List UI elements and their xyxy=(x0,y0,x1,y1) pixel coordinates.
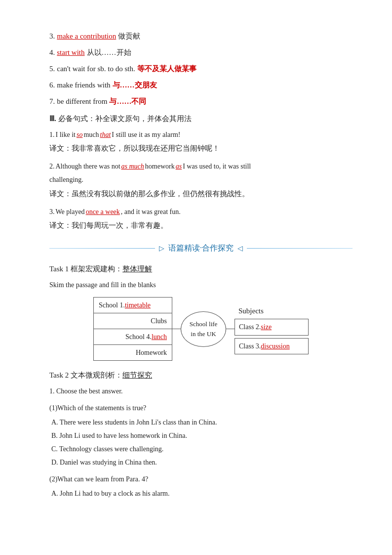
sent2-homework: homework xyxy=(145,160,175,172)
choose-instruction: 1. Choose the best answer. xyxy=(49,385,353,397)
item-num-7: 7. xyxy=(49,95,55,108)
section-3-title: 必备句式：补全课文原句，并体会其用法 xyxy=(58,112,192,126)
item-chinese-3: 做贡献 xyxy=(118,30,140,43)
sent3-num: 3. xyxy=(49,206,55,218)
section-3-header: Ⅲ. 必备句式：补全课文原句，并体会其用法 xyxy=(49,112,353,126)
diagram-timetable-link: timetable xyxy=(125,301,151,309)
q1-option-b: B. John Li used to have less homework in… xyxy=(49,429,353,442)
sent2-num: 2. xyxy=(49,160,55,172)
divider-text: 语篇精读·合作探究 xyxy=(168,241,234,256)
sent1-that: that xyxy=(100,128,111,141)
diagram-left-row-title: School 1.timetable xyxy=(94,298,172,313)
task2-label: Task 2 xyxy=(49,371,71,379)
item-num-4: 4. xyxy=(49,46,55,59)
connector-right xyxy=(226,329,235,330)
task2-underline: 细节探究 xyxy=(122,371,152,379)
diagram-size-link: size xyxy=(261,323,272,331)
translation-3: 译文：我们每周玩一次，非常有趣。 xyxy=(49,219,353,232)
task1-label: Task 1 xyxy=(49,265,71,273)
item-num-3: 3. xyxy=(49,30,55,43)
oval-line2: in the UK xyxy=(191,329,216,339)
item-link-3: make a contribution xyxy=(57,30,116,43)
q1-option-a: A. There were less students in John Li's… xyxy=(49,416,353,428)
vocab-item-5: 5. can't wait for sb. to do sth. 等不及某人做某… xyxy=(49,62,353,76)
sentence-2b: challenging. xyxy=(49,173,353,186)
diagram-discussion-link: discussion xyxy=(261,342,289,350)
q2-option-a: A. John Li had to buy a clock as his ala… xyxy=(49,487,353,500)
sent2-end: I was used to, it was still xyxy=(183,160,251,172)
task1-title: 框架宏观建构： xyxy=(71,265,122,273)
q1-option-c: C. Technology classes were challenging. xyxy=(49,443,353,455)
sent1-num: 1. xyxy=(49,128,55,141)
task1-header: Task 1 框架宏观建构：整体理解 xyxy=(49,262,353,276)
sent1-text1: I like it xyxy=(56,128,76,141)
sentence-1: 1. I like it so much that I still use it… xyxy=(49,128,353,141)
item-chinese-4: 从以……开始 xyxy=(87,46,131,59)
skim-instruction: Skim the passage and fill in the blanks xyxy=(49,279,353,291)
task2-header: Task 2 文本微观剖析：细节探究 xyxy=(49,369,353,382)
task2-title: 文本微观剖析： xyxy=(71,371,122,379)
item-link-4: start with xyxy=(57,46,84,59)
sent1-much: much xyxy=(83,128,99,141)
task1-underline: 整体理解 xyxy=(122,265,152,273)
sent3-end: , and it was great fun. xyxy=(121,206,181,218)
section-3-label: Ⅲ. xyxy=(49,112,56,126)
vocab-item-6: 6. make friends with 与……交朋友 xyxy=(49,79,353,92)
diagram-left-table: School 1.timetable Clubs School 4.lunch … xyxy=(93,297,172,361)
translation-2: 译文：虽然没有我以前做的那么多作业，但仍然很有挑战性。 xyxy=(49,187,353,201)
diagram-right-row2: Class 3.discussion xyxy=(235,338,309,354)
diagram: School 1.timetable Clubs School 4.lunch … xyxy=(49,297,353,361)
item-num-6: 6. xyxy=(49,79,55,92)
item-num-5: 5. xyxy=(49,62,55,76)
sentence-3: 3. We played once a week , and it was gr… xyxy=(49,206,353,218)
item-red-7: 与……不同 xyxy=(109,95,146,108)
sent2-as-much: as much xyxy=(121,160,144,172)
oval-line1: School life xyxy=(190,319,218,329)
sent3-text1: We played xyxy=(56,206,85,218)
q2-question: (2)What can we learn from Para. 4? xyxy=(49,473,353,485)
q1-question: (1)Which of the statements is true? xyxy=(49,402,353,414)
diagram-right-row1: Class 2.size xyxy=(235,319,309,335)
divider-left-line xyxy=(49,248,155,249)
diagram-right-section: Subjects Class 2.size Class 3.discussion xyxy=(235,303,309,354)
diagram-left-row-homework: Homework xyxy=(94,345,172,360)
vocab-item-7: 7. be different from 与……不同 xyxy=(49,95,353,108)
divider-left-arrow: ▷ xyxy=(159,242,164,255)
diagram-center-oval: School life in the UK xyxy=(181,311,226,347)
diagram-right-subjects-title: Subjects xyxy=(235,303,309,319)
q1-option-d: D. Daniel was studying in China then. xyxy=(49,456,353,469)
section-divider: ▷ 语篇精读·合作探究 ◁ xyxy=(49,241,353,256)
vocab-item-4: 4. start with 从以……开始 xyxy=(49,46,353,59)
diagram-left-row-clubs: Clubs xyxy=(94,313,172,329)
sent3-link: once a week xyxy=(86,206,120,218)
diagram-left-row-lunch: School 4.lunch xyxy=(94,329,172,345)
sentence-2: 2. Although there was not as much homewo… xyxy=(49,160,353,172)
sent1-so: so xyxy=(77,128,82,141)
item-plain-6: make friends with xyxy=(57,79,110,92)
sent2-as: as xyxy=(176,160,182,172)
item-red-5: 等不及某人做某事 xyxy=(137,62,196,76)
item-plain-5: can't wait for sb. to do sth. xyxy=(57,62,135,76)
item-red-6: 与……交朋友 xyxy=(113,79,157,92)
divider-right-line xyxy=(247,248,353,249)
item-plain-7: be different from xyxy=(57,95,107,108)
sent2-text1: Although there was not xyxy=(56,160,120,172)
connector-left xyxy=(172,329,181,330)
translation-1: 译文：我非常喜欢它，所以我现在还用它当闹钟呢！ xyxy=(49,142,353,155)
vocab-item-3: 3. make a contribution 做贡献 xyxy=(49,30,353,43)
sent2-challenging: challenging. xyxy=(49,173,83,186)
divider-right-arrow: ◁ xyxy=(237,242,243,255)
diagram-lunch-link: lunch xyxy=(152,333,167,341)
sent1-end: I still use it as my alarm! xyxy=(112,128,180,141)
